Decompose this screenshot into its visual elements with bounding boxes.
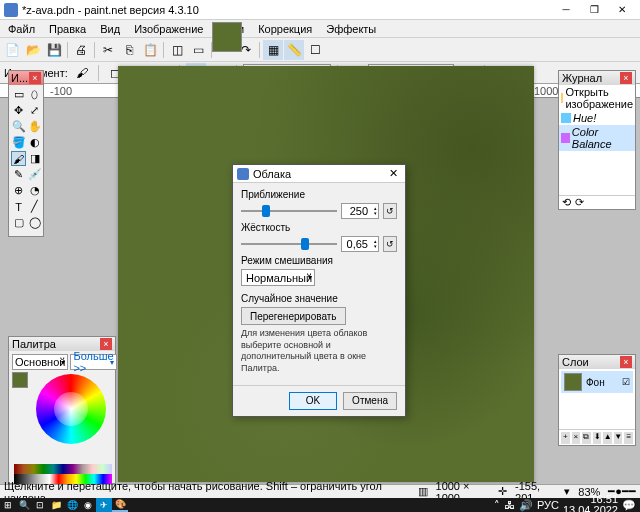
taskview-icon[interactable]: ⊡ [32, 498, 48, 512]
scale-slider[interactable] [241, 204, 337, 218]
text-tool[interactable]: T [11, 199, 26, 214]
shapes-tool[interactable]: ◯ [27, 215, 42, 230]
history-item[interactable]: Открыть изображение [559, 85, 635, 111]
main-toolbar: 📄 📂 💾 🖨 ✂ ⎘ 📋 ◫ ▭ ↶ ↷ ▦ 📏 ☐ [0, 38, 640, 62]
down-icon[interactable]: ▼ [614, 432, 623, 444]
app-icon [4, 3, 18, 17]
fill-tool[interactable]: 🪣 [11, 135, 26, 150]
menu-adjust[interactable]: Коррекция [252, 22, 318, 36]
brush-tool[interactable]: 🖌 [11, 151, 26, 166]
clone-tool[interactable]: ⊕ [11, 183, 26, 198]
zoom-tool[interactable]: 🔍 [11, 119, 26, 134]
history-panel: Журнал× Открыть изображение Hue! Color B… [558, 70, 636, 210]
add-layer-icon[interactable]: + [561, 432, 570, 444]
history-close-icon[interactable]: × [620, 72, 632, 84]
props-icon[interactable]: ≡ [624, 432, 633, 444]
picker-tool[interactable]: 💉 [27, 167, 42, 182]
menu-effects[interactable]: Эффекты [320, 22, 382, 36]
brush-icon[interactable]: 🖌 [72, 63, 92, 83]
lang-indicator[interactable]: РУС [537, 499, 559, 511]
blend-mode-combo[interactable]: Нормальный [241, 269, 315, 286]
dialog-icon [237, 168, 249, 180]
start-icon[interactable]: ⊞ [0, 498, 16, 512]
open-icon[interactable]: 📂 [23, 40, 43, 60]
telegram-icon[interactable]: ✈ [96, 498, 112, 512]
move-tool[interactable]: ✥ [11, 103, 26, 118]
tool-window-icon[interactable]: ☐ [305, 40, 325, 60]
merge-icon[interactable]: ⬇ [593, 432, 602, 444]
edge-icon[interactable]: 🌐 [64, 498, 80, 512]
grid-icon[interactable]: ▦ [263, 40, 283, 60]
pan-tool[interactable]: ✋ [27, 119, 42, 134]
color-wheel[interactable] [36, 374, 106, 444]
menu-view[interactable]: Вид [94, 22, 126, 36]
pencil-tool[interactable]: ✎ [11, 167, 26, 182]
window-title: *z-ava.pdn - paint.net версия 4.3.10 [22, 4, 552, 16]
cancel-button[interactable]: Отмена [343, 392, 397, 410]
reseed-button[interactable]: Перегенерировать [241, 307, 346, 325]
roughness-reset-button[interactable]: ↺ [383, 236, 397, 252]
menu-edit[interactable]: Правка [43, 22, 92, 36]
redo-icon[interactable]: ⟳ [575, 196, 584, 209]
gradient-tool[interactable]: ◐ [27, 135, 42, 150]
scale-input[interactable]: 250 [341, 203, 379, 219]
explorer-icon[interactable]: 📁 [48, 498, 64, 512]
close-button[interactable]: ✕ [608, 1, 636, 19]
menu-image[interactable]: Изображение [128, 22, 209, 36]
history-item[interactable]: Color Balance [559, 125, 635, 151]
more-button[interactable]: Больше >> [70, 354, 116, 370]
lasso-tool[interactable]: ⬯ [27, 87, 42, 102]
maximize-button[interactable]: ❐ [580, 1, 608, 19]
menu-file[interactable]: Файл [2, 22, 41, 36]
cut-icon[interactable]: ✂ [98, 40, 118, 60]
dimensions-icon: ▥ [418, 485, 428, 498]
palette-close-icon[interactable]: × [100, 338, 112, 350]
minimize-button[interactable]: ─ [552, 1, 580, 19]
layers-panel: Слои× Фон ☑ + × ⧉ ⬇ ▲ ▼ ≡ [558, 354, 636, 446]
new-icon[interactable]: 📄 [2, 40, 22, 60]
layers-close-icon[interactable]: × [620, 356, 632, 368]
search-icon[interactable]: 🔍 [16, 498, 32, 512]
toolbox-close-icon[interactable]: × [29, 72, 41, 84]
primary-combo[interactable]: Основной [12, 354, 68, 370]
palette-panel: Палитра× Основной Больше >> [8, 336, 116, 484]
copy-icon[interactable]: ⎘ [119, 40, 139, 60]
tray-up-icon[interactable]: ˄ [494, 499, 500, 512]
rect-tool[interactable]: ▢ [11, 215, 26, 230]
deselect-icon[interactable]: ▭ [188, 40, 208, 60]
scale-reset-button[interactable]: ↺ [383, 203, 397, 219]
save-icon[interactable]: 💾 [44, 40, 64, 60]
del-layer-icon[interactable]: × [572, 432, 581, 444]
dialog-close-button[interactable]: ✕ [385, 167, 401, 180]
dup-layer-icon[interactable]: ⧉ [582, 432, 591, 444]
eraser-tool[interactable]: ◨ [27, 151, 42, 166]
clouds-dialog: Облака ✕ Приближение 250 ↺ Жёсткость 0,6… [232, 164, 406, 417]
document-thumbnail[interactable] [212, 22, 242, 52]
roughness-input[interactable]: 0,65 [341, 236, 379, 252]
ok-button[interactable]: OK [289, 392, 337, 410]
ruler-icon[interactable]: 📏 [284, 40, 304, 60]
line-tool[interactable]: ╱ [27, 199, 42, 214]
print-icon[interactable]: 🖨 [71, 40, 91, 60]
history-item[interactable]: Hue! [559, 111, 635, 125]
notifications-icon[interactable]: 💬 [622, 499, 636, 512]
paste-icon[interactable]: 📋 [140, 40, 160, 60]
volume-icon[interactable]: 🔊 [519, 499, 533, 512]
recolor-tool[interactable]: ◔ [27, 183, 42, 198]
rect-select-tool[interactable]: ▭ [11, 87, 26, 102]
blend-label: Режим смешивания [241, 255, 397, 266]
move-sel-tool[interactable]: ⤢ [27, 103, 42, 118]
roughness-slider[interactable] [241, 237, 337, 251]
network-icon[interactable]: 🖧 [504, 499, 515, 511]
clock[interactable]: 16:51 13.04.2022 [563, 494, 618, 512]
paintnet-icon[interactable]: 🎨 [112, 498, 128, 512]
chrome-icon[interactable]: ◉ [80, 498, 96, 512]
visibility-checkbox[interactable]: ☑ [622, 377, 630, 387]
toolbox-panel: И...× ▭ ⬯ ✥ ⤢ 🔍 ✋ 🪣 ◐ 🖌 ◨ ✎ 💉 ⊕ ◔ T ╱ ▢ … [8, 70, 44, 237]
undo-icon[interactable]: ⟲ [562, 196, 571, 209]
up-icon[interactable]: ▲ [603, 432, 612, 444]
crop-icon[interactable]: ◫ [167, 40, 187, 60]
layer-item[interactable]: Фон ☑ [561, 371, 633, 393]
primary-swatch[interactable] [12, 372, 28, 388]
swatch-row-2[interactable] [14, 464, 112, 474]
